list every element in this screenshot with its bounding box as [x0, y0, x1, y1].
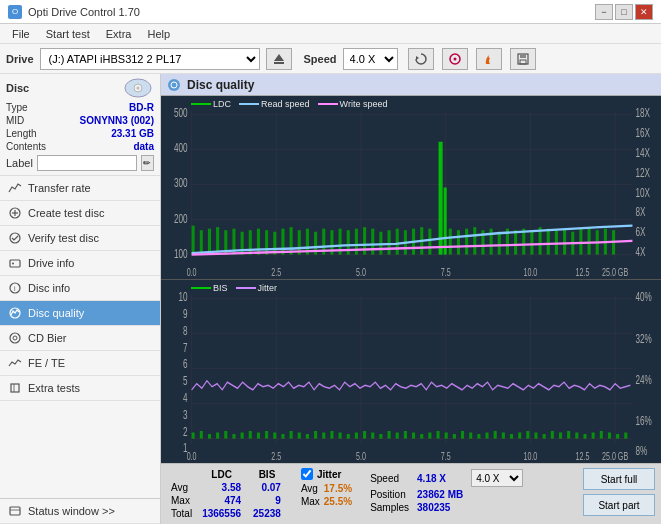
- menu-help[interactable]: Help: [139, 26, 178, 42]
- app-title: Opti Drive Control 1.70: [28, 6, 140, 18]
- nav-verify-test-disc[interactable]: Verify test disc: [0, 226, 160, 251]
- svg-text:16%: 16%: [635, 414, 651, 427]
- svg-text:5.0: 5.0: [356, 451, 366, 463]
- svg-rect-80: [396, 229, 399, 255]
- burn-button[interactable]: [476, 48, 502, 70]
- svg-rect-88: [473, 227, 476, 254]
- svg-point-20: [10, 333, 20, 343]
- verify-test-disc-icon: [8, 231, 22, 245]
- nav-disc-info-label: Disc info: [28, 282, 70, 294]
- start-full-button[interactable]: Start full: [583, 468, 655, 490]
- close-button[interactable]: ✕: [635, 4, 653, 20]
- svg-rect-175: [477, 434, 480, 439]
- svg-text:10X: 10X: [635, 186, 650, 199]
- minimize-button[interactable]: −: [595, 4, 613, 20]
- svg-text:14X: 14X: [635, 146, 650, 159]
- disc-quality-header-icon: [167, 78, 181, 92]
- fe-te-icon: [8, 356, 22, 370]
- svg-rect-77: [371, 229, 374, 255]
- disc-section-icon: [122, 78, 154, 98]
- disc-mid-val: SONYNN3 (002): [80, 115, 154, 126]
- svg-rect-152: [290, 431, 293, 439]
- position-label: Position: [366, 488, 413, 501]
- nav-fe-te[interactable]: FE / TE: [0, 351, 160, 376]
- disc-label-edit-button[interactable]: ✏: [141, 155, 154, 171]
- svg-rect-162: [371, 433, 374, 439]
- svg-rect-22: [11, 384, 19, 392]
- total-bis: 25238: [247, 507, 287, 520]
- svg-rect-148: [257, 433, 260, 439]
- menu-file[interactable]: File: [4, 26, 38, 42]
- speed-select[interactable]: 4.0 X: [343, 48, 398, 70]
- svg-rect-163: [379, 434, 382, 439]
- disc-section: Disc Type BD-R MID SONYNN3 (002) Length …: [0, 74, 160, 176]
- disc-mid-key: MID: [6, 115, 24, 126]
- menu-bar: File Start test Extra Help: [0, 24, 661, 44]
- nav-disc-quality[interactable]: Disc quality: [0, 301, 160, 326]
- svg-rect-150: [273, 433, 276, 439]
- jitter-max-label: Max: [301, 496, 320, 507]
- status-window-icon: [8, 504, 22, 518]
- nav-drive-info[interactable]: Drive info: [0, 251, 160, 276]
- nav-cd-bier[interactable]: CD Bier: [0, 326, 160, 351]
- refresh-button[interactable]: [408, 48, 434, 70]
- svg-rect-144: [224, 431, 227, 439]
- svg-text:2.5: 2.5: [271, 267, 281, 279]
- speed-target-select[interactable]: 4.0 X: [471, 469, 523, 487]
- svg-rect-177: [494, 431, 497, 439]
- status-window[interactable]: Status window >>: [0, 498, 160, 524]
- jitter-section: Jitter Avg Max 17.5% 25.5%: [301, 468, 352, 508]
- maximize-button[interactable]: □: [615, 4, 633, 20]
- nav-extra-tests-label: Extra tests: [28, 382, 80, 394]
- svg-text:8%: 8%: [635, 445, 647, 458]
- svg-rect-53: [192, 226, 195, 255]
- svg-rect-190: [600, 431, 603, 439]
- nav-extra-tests[interactable]: Extra tests: [0, 376, 160, 401]
- disc-section-title: Disc: [6, 82, 29, 94]
- svg-rect-145: [232, 434, 235, 439]
- svg-text:200: 200: [174, 212, 188, 225]
- status-window-label: Status window >>: [28, 505, 115, 517]
- svg-point-21: [13, 336, 17, 340]
- menu-extra[interactable]: Extra: [98, 26, 140, 42]
- disc-type-val: BD-R: [129, 102, 154, 113]
- disc-label-input[interactable]: [37, 155, 137, 171]
- svg-text:40%: 40%: [635, 291, 651, 304]
- nav-create-test-disc[interactable]: Create test disc: [0, 201, 160, 226]
- cd-bier-icon: [8, 331, 22, 345]
- svg-text:12X: 12X: [635, 166, 650, 179]
- svg-rect-165: [396, 433, 399, 439]
- svg-rect-78: [379, 232, 382, 255]
- svg-rect-72: [444, 188, 447, 255]
- drive-label: Drive: [6, 53, 34, 65]
- svg-text:7.5: 7.5: [441, 267, 451, 279]
- start-part-button[interactable]: Start part: [583, 494, 655, 516]
- eject-button[interactable]: [266, 48, 292, 70]
- start-buttons: Start full Start part: [583, 468, 655, 516]
- jitter-checkbox[interactable]: [301, 468, 313, 480]
- svg-rect-142: [208, 434, 211, 439]
- svg-text:400: 400: [174, 142, 188, 155]
- samples-label: Samples: [366, 501, 413, 514]
- save-button[interactable]: [510, 48, 536, 70]
- svg-rect-1: [274, 62, 284, 64]
- svg-text:24%: 24%: [635, 373, 651, 386]
- menu-start-test[interactable]: Start test: [38, 26, 98, 42]
- svg-rect-189: [592, 433, 595, 439]
- drive-select[interactable]: (J:) ATAPI iHBS312 2 PL17: [40, 48, 260, 70]
- nav-disc-quality-label: Disc quality: [28, 307, 84, 319]
- disc-contents-key: Contents: [6, 141, 46, 152]
- svg-rect-143: [216, 433, 219, 439]
- svg-text:10.0: 10.0: [523, 451, 537, 463]
- legend-jitter: Jitter: [258, 283, 278, 293]
- svg-text:7: 7: [183, 341, 188, 354]
- svg-rect-87: [465, 229, 468, 255]
- nav-disc-info[interactable]: i Disc info: [0, 276, 160, 301]
- nav-verify-test-disc-label: Verify test disc: [28, 232, 99, 244]
- svg-rect-186: [567, 431, 570, 439]
- svg-text:12.5: 12.5: [575, 267, 589, 279]
- disc-icon-button[interactable]: [442, 48, 468, 70]
- top-chart-legend: LDC Read speed Write speed: [191, 99, 387, 109]
- nav-transfer-rate[interactable]: Transfer rate: [0, 176, 160, 201]
- svg-rect-54: [200, 230, 203, 254]
